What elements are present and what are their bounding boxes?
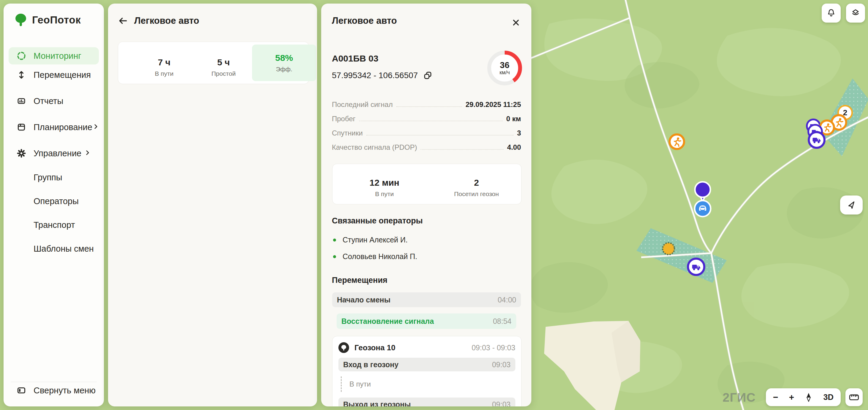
monitoring-icon	[16, 51, 26, 61]
ruler-button[interactable]	[845, 388, 863, 406]
movements-section-title: Перемещения	[332, 276, 388, 285]
dotted-leader	[359, 121, 503, 121]
map-provider-logo[interactable]: 2ГИС	[722, 390, 756, 405]
event-time: 09:03	[492, 360, 510, 369]
stat-label: Посетил геозон	[441, 191, 512, 198]
event-label: Начало смены	[337, 296, 390, 304]
operators-section-title: Связанные операторы	[332, 216, 423, 226]
sidebar-item-transport[interactable]: Транспорт	[9, 216, 104, 234]
detail-row: Пробег 0 км	[332, 111, 521, 125]
sidebar-item-management[interactable]: Управление	[9, 145, 99, 162]
notifications-button[interactable]	[822, 4, 841, 23]
sidebar-item-groups[interactable]: Группы	[9, 169, 104, 186]
vehicle-coordinates: 57.995342 - 106.56507	[332, 71, 418, 80]
speed-value: 36	[500, 61, 509, 69]
vehicle-plate: А001БВ 03	[332, 54, 378, 64]
sidebar-item-label: Планирование	[34, 122, 92, 132]
app-logo[interactable]: ГеоПоток	[14, 13, 81, 27]
sidebar-item-label: Отчеты	[34, 96, 63, 106]
geozone-visit-card: Геозона 10 09:03 - 09:03 Вход в геозону …	[332, 336, 522, 406]
map-marker-truck[interactable]	[808, 131, 826, 149]
detail-label: Последний сигнал	[332, 100, 393, 111]
app-root: 2	[0, 0, 868, 410]
copy-icon	[423, 71, 432, 80]
detail-value: 3	[517, 129, 521, 140]
bell-icon	[825, 7, 837, 19]
close-panel-button[interactable]	[509, 16, 523, 29]
truck-icon	[691, 261, 702, 272]
detail-row: Последний сигнал 29.09.2025 11:25	[332, 97, 521, 111]
status-dot	[333, 239, 336, 241]
event-time: 04:00	[498, 296, 516, 304]
mode-3d-button[interactable]: 3D	[823, 393, 834, 402]
compass-button[interactable]	[805, 392, 812, 402]
event-label: Восстановление сигнала	[341, 317, 434, 326]
sidebar-item-monitoring[interactable]: Мониторинг	[9, 47, 99, 64]
group-stats-card: 7 ч В пути 5 ч Простой 58% Эфф.	[118, 41, 309, 84]
chevron-right-icon	[92, 122, 99, 132]
collapse-menu-label: Свернуть меню	[34, 386, 96, 396]
map-marker-truck[interactable]	[687, 258, 705, 276]
map-marker-selected-vehicle[interactable]	[692, 181, 713, 218]
bar-chart-icon	[16, 96, 26, 106]
sidebar-item-reports[interactable]: Отчеты	[9, 92, 99, 110]
stat-value: 12 мин	[349, 178, 420, 188]
locate-me-button[interactable]	[840, 196, 863, 214]
detail-value: 0 км	[506, 115, 521, 125]
truck-icon	[811, 135, 822, 145]
map-toolbar: − + 3D	[766, 388, 841, 406]
event-label: Выход из геозоны	[343, 400, 411, 407]
stat-label: Эфф.	[252, 66, 316, 73]
up-down-arrows-icon	[16, 70, 26, 80]
sidebar-item-label: Операторы	[34, 196, 79, 206]
stat-value: 58%	[252, 53, 316, 63]
vehicle-panel-title: Легковое авто	[332, 16, 397, 26]
collapse-menu-button[interactable]: Свернуть меню	[9, 382, 99, 399]
zoom-out-button[interactable]: −	[773, 392, 778, 402]
event-row-shift-start: Начало смены 04:00	[332, 292, 521, 307]
geozone-exit-row: Выход из геозоны 09:03	[338, 398, 515, 406]
sidebar-item-movements[interactable]: Перемещения	[9, 66, 99, 84]
detail-row: Качество сигнала (PDOP) 4.00	[332, 140, 521, 154]
event-time: 08:54	[493, 317, 512, 326]
sidebar-item-operators[interactable]: Операторы	[9, 193, 104, 210]
group-panel-title: Легковое авто	[134, 16, 199, 26]
geozone-enter-row: Вход в геозону 09:03	[338, 358, 515, 371]
stat-label: Простой	[195, 70, 252, 77]
sidebar-item-label: Группы	[34, 173, 62, 182]
collapse-sidebar-icon	[16, 385, 26, 396]
runner-icon	[672, 137, 682, 147]
efficiency-badge: 58% Эфф.	[252, 45, 316, 81]
zoom-in-button[interactable]: +	[789, 392, 795, 402]
chevron-right-icon	[84, 149, 91, 158]
operator-item[interactable]: Ступин Алексей И.	[333, 236, 408, 244]
sidebar-item-label: Управление	[34, 149, 81, 158]
event-time: 09:03	[492, 400, 510, 407]
sidebar-item-label: Шаблоны смен	[34, 244, 94, 254]
vehicle-stats-card: 12 мин В пути 2 Посетил геозон	[332, 164, 522, 204]
status-dot	[333, 255, 336, 258]
layers-button[interactable]	[846, 4, 865, 23]
event-label: Вход в геозону	[343, 360, 398, 369]
speed-unit: км/ч	[500, 69, 510, 76]
operator-name: Соловьев Николай П.	[343, 252, 417, 261]
back-button[interactable]	[118, 16, 128, 26]
speed-gauge: 36 км/ч	[487, 50, 523, 86]
map-marker-runner[interactable]	[669, 134, 685, 150]
sidebar-item-planning[interactable]: Планирование	[9, 119, 99, 136]
ruler-icon	[848, 391, 860, 403]
sidebar-item-shift-templates[interactable]: Шаблоны смен	[9, 240, 104, 257]
runner-icon	[822, 123, 832, 132]
runner-icon	[834, 117, 844, 127]
operator-item[interactable]: Соловьев Николай П.	[333, 252, 417, 261]
geozone-time-range: 09:03 - 09:03	[472, 344, 515, 352]
geozone-point-marker[interactable]	[662, 243, 675, 255]
geozone-transit: В пути	[341, 376, 515, 393]
sidebar-item-label: Транспорт	[34, 220, 75, 230]
detail-value: 4.00	[507, 143, 521, 154]
gear-icon	[16, 148, 26, 158]
copy-button[interactable]	[423, 71, 432, 80]
timeline-dashed-connector	[341, 376, 342, 392]
geozone-name: Геозона 10	[354, 343, 395, 352]
geozone-icon	[338, 342, 349, 353]
